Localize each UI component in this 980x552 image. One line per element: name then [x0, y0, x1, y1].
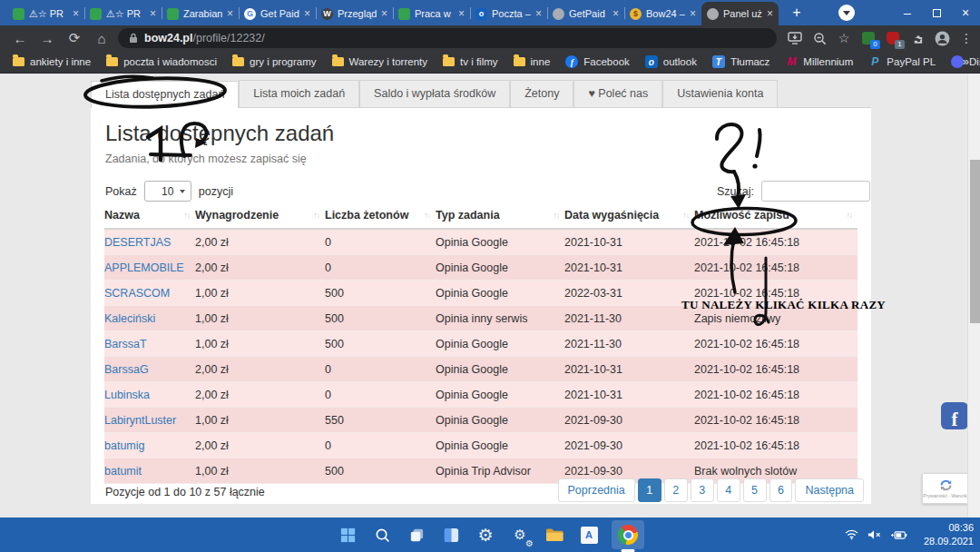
maximize-button[interactable]	[922, 0, 951, 25]
task-view-icon[interactable]	[405, 523, 428, 547]
pagination-page[interactable]: 6	[769, 478, 793, 502]
profile-avatar[interactable]	[934, 30, 950, 46]
bookmark-item[interactable]: gry i programy	[232, 56, 317, 67]
task-name-link[interactable]: Lubinska	[104, 382, 195, 408]
services-gears-icon[interactable]: ⚙⚙	[508, 523, 532, 547]
start-button[interactable]	[336, 523, 359, 547]
tab-close-icon[interactable]: ×	[612, 7, 619, 20]
extension-cashback-icon[interactable]: 0	[860, 30, 877, 46]
column-header[interactable]: Liczba żetonów↑↓	[325, 204, 436, 229]
page-nav-tab[interactable]: ♥ Poleć nas	[573, 80, 662, 107]
task-name-link[interactable]: BarssaT	[104, 331, 195, 357]
page-nav-tab[interactable]: Żetony	[510, 80, 573, 107]
browser-tab[interactable]: Panel uż ×	[701, 2, 779, 25]
bookmark-item[interactable]: P PayPal PL	[868, 55, 936, 68]
task-name-link[interactable]: batumig	[104, 433, 195, 458]
recaptcha-terms: Prywatność - Warunki	[923, 493, 967, 498]
bookmark-item[interactable]: f Facebook	[565, 55, 630, 68]
pagination-page[interactable]: 4	[717, 478, 740, 502]
tab-close-icon[interactable]: ×	[535, 7, 542, 20]
page-nav-tab[interactable]: Lista moich zadań	[239, 80, 359, 107]
tab-close-icon[interactable]: ×	[304, 7, 310, 20]
column-header[interactable]: Możliwość zapisu↑↓	[694, 204, 858, 229]
menu-kebab-icon[interactable]: ⋮	[958, 30, 975, 46]
chrome-taskbar-icon[interactable]	[612, 520, 644, 549]
extension-adblock-icon[interactable]: 1	[885, 30, 901, 46]
scrollbar-thumb[interactable]	[970, 160, 980, 323]
text-app-icon[interactable]: A	[577, 523, 601, 547]
bookmark-item[interactable]: poczta i wiadomosci	[106, 56, 217, 67]
address-bar[interactable]: bow24.pl/profile/12232/	[118, 28, 777, 48]
browser-tab[interactable]: $ Bow24 – ×	[624, 2, 701, 25]
tab-close-icon[interactable]: ×	[227, 7, 233, 20]
forward-button[interactable]: →	[34, 25, 60, 51]
settings-gear-icon[interactable]: ⚙	[474, 523, 497, 547]
tab-close-icon[interactable]: ×	[767, 7, 773, 20]
browser-tab[interactable]: Praca w ×	[393, 2, 470, 25]
home-button[interactable]: ⌂	[89, 25, 114, 51]
browser-tab[interactable]: ⚠☆ PR ×	[84, 2, 162, 25]
reload-button[interactable]: ⟳	[62, 25, 87, 51]
column-header[interactable]: Nazwa↑↓	[104, 204, 195, 229]
search-input[interactable]	[761, 181, 870, 202]
tab-close-icon[interactable]: ×	[73, 7, 79, 20]
zoom-icon[interactable]	[811, 30, 828, 46]
pagination-next[interactable]: Następna	[795, 478, 864, 502]
bookmark-item[interactable]: tv i filmy	[443, 56, 498, 67]
recaptcha-badge[interactable]: Prywatność - Warunki	[922, 473, 969, 504]
task-name-link[interactable]: LabiryntLuster	[104, 408, 195, 433]
browser-tab[interactable]: W Przegląd ×	[316, 2, 393, 25]
task-name-link[interactable]: DESERTJAS	[104, 229, 195, 255]
column-header[interactable]: Wynagrodzenie↑↓	[195, 204, 325, 229]
bookmark-item[interactable]: ankiety i inne	[13, 56, 91, 67]
browser-tab[interactable]: ⚠☆ PR ×	[7, 2, 84, 25]
browser-tab[interactable]: Zarabian ×	[162, 2, 239, 25]
file-explorer-icon[interactable]	[543, 523, 566, 547]
page-nav-tab[interactable]: Ustawienia konta	[662, 80, 778, 107]
column-header[interactable]: Typ zadania↑↓	[436, 204, 564, 229]
select-caret-icon	[180, 190, 185, 193]
page-nav-tab[interactable]: Saldo i wypłata środków	[359, 80, 510, 107]
task-name-link[interactable]: batumit	[104, 458, 195, 484]
page-nav-tab[interactable]: Lista dostępnych zadań	[91, 81, 239, 108]
bookmark-item[interactable]: o outlook	[645, 55, 697, 68]
system-tray[interactable]	[845, 518, 907, 552]
task-name-link[interactable]: APPLEMOBILE	[104, 255, 195, 281]
pagination-page[interactable]: 2	[664, 478, 688, 502]
browser-tab[interactable]: o Poczta – ×	[470, 2, 547, 25]
new-tab-button[interactable]: +	[786, 3, 808, 23]
bookmark-item[interactable]: Warezy i torrenty	[332, 56, 427, 67]
tab-search-button[interactable]	[838, 5, 855, 21]
bookmark-item[interactable]: T Tłumacz	[712, 55, 769, 68]
widgets-icon[interactable]	[439, 523, 463, 547]
task-name-link[interactable]: Kaleciński	[104, 306, 195, 331]
facebook-share-button[interactable]: f	[941, 402, 968, 429]
task-name-link[interactable]: BarssaG	[104, 357, 195, 382]
extensions-puzzle-icon[interactable]	[909, 30, 926, 46]
pagination-page[interactable]: 1	[638, 478, 662, 502]
bookmarks-overflow-icon[interactable]: »	[963, 54, 969, 68]
tab-close-icon[interactable]: ×	[150, 7, 156, 20]
task-name-link[interactable]: SCRASCOM	[104, 281, 195, 306]
browser-tab[interactable]: GetPaid ×	[547, 2, 624, 25]
page-length-select[interactable]: 10	[144, 181, 191, 202]
browser-tab[interactable]: G Get Paid ×	[239, 2, 316, 25]
browser-toolbar: ← → ⟳ ⌂ bow24.pl/profile/12232/ ☆ 0 1 ⋮	[0, 25, 980, 51]
back-button[interactable]: ←	[7, 25, 33, 51]
tab-close-icon[interactable]: ×	[458, 7, 465, 20]
pagination-page[interactable]: 5	[743, 478, 767, 502]
pagination-prev[interactable]: Poprzednia	[558, 478, 635, 502]
bookmark-item[interactable]: M Millennium	[785, 55, 853, 68]
taskbar-clock[interactable]: 08:36 28.09.2021	[924, 521, 974, 548]
bookmark-item[interactable]: inne	[514, 56, 551, 67]
scrollbar-track[interactable]	[967, 74, 980, 518]
pagination-page[interactable]: 3	[691, 478, 714, 502]
close-button[interactable]: ×	[951, 0, 980, 25]
install-icon[interactable]	[787, 30, 803, 46]
taskbar-search-icon[interactable]	[370, 523, 394, 547]
tab-close-icon[interactable]: ×	[690, 7, 696, 20]
minimize-button[interactable]: –	[893, 0, 922, 25]
bookmark-star-icon[interactable]: ☆	[836, 30, 852, 46]
column-header[interactable]: Data wygaśnięcia↑↓	[564, 204, 694, 229]
tab-close-icon[interactable]: ×	[381, 7, 387, 20]
